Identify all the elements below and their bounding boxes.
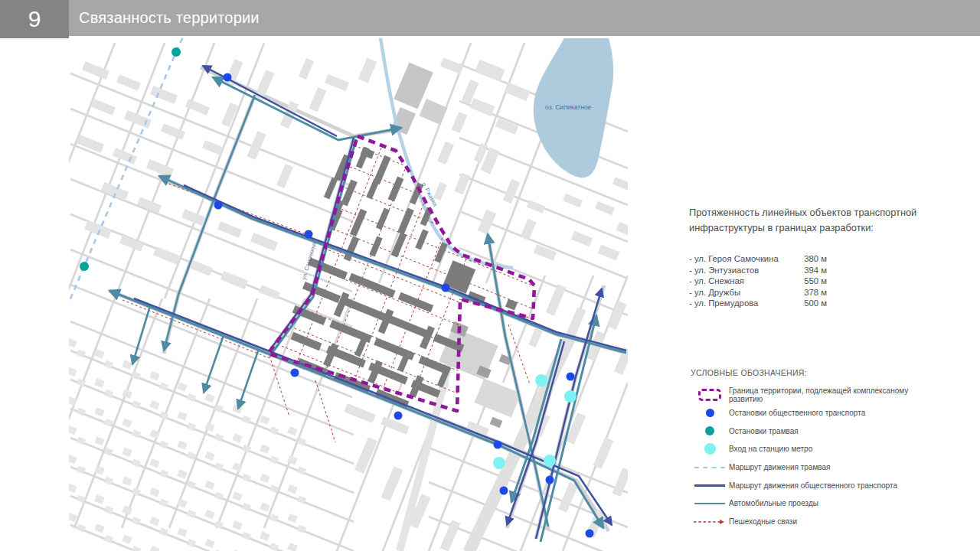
building <box>469 98 495 116</box>
legend-item: Остановки общественного транспорта <box>691 404 943 422</box>
bus-stop-dot <box>214 201 223 210</box>
pedestrian-link <box>260 154 544 267</box>
house <box>94 378 105 387</box>
pedestrian-link-icon <box>693 518 727 526</box>
building <box>612 177 628 191</box>
building <box>344 403 376 423</box>
house <box>69 367 77 377</box>
street-name: - ул. Дружбы <box>689 287 740 298</box>
building <box>527 200 545 214</box>
building <box>505 83 530 101</box>
house <box>204 393 215 403</box>
street-length: 378 м <box>804 287 827 298</box>
building-dark <box>366 178 380 199</box>
street <box>70 73 352 186</box>
legend-item: Маршрут движения трамвая <box>691 458 943 477</box>
building <box>571 231 593 247</box>
street <box>69 298 115 528</box>
house <box>260 532 270 541</box>
building <box>202 140 224 155</box>
bus-stop-dot <box>546 476 554 484</box>
slide-number: 9 <box>0 0 69 38</box>
tram-route-icon <box>694 467 725 468</box>
building <box>558 482 578 513</box>
building-dark <box>398 292 433 313</box>
house <box>287 426 298 435</box>
building-dark <box>376 208 390 230</box>
building-dark <box>350 209 367 237</box>
building <box>153 246 181 265</box>
house <box>177 498 188 507</box>
building <box>478 209 497 234</box>
slide: 9 Связанность территории оз. Силикатн <box>0 0 980 551</box>
metro-entrance-dot <box>493 457 505 469</box>
legend-label: Остановки трамвая <box>729 427 799 435</box>
building-dark <box>388 177 404 202</box>
bus-stop-icon <box>706 409 714 417</box>
bus-stop-dot <box>567 373 575 381</box>
metro-entrance-icon <box>704 443 716 455</box>
house <box>132 546 141 551</box>
house <box>149 458 160 468</box>
building <box>309 87 327 112</box>
building <box>185 99 210 115</box>
house <box>94 494 105 504</box>
house <box>232 520 243 530</box>
house <box>149 487 160 497</box>
legend-symbol <box>691 409 729 417</box>
building-dark <box>291 332 322 350</box>
bus-stop-dot <box>494 441 502 449</box>
building-dark <box>354 335 368 357</box>
house <box>204 510 215 519</box>
street <box>165 43 264 298</box>
house <box>177 527 188 536</box>
house <box>69 425 77 435</box>
house <box>94 523 105 533</box>
slide-title: Связанность территории <box>79 0 260 36</box>
house <box>260 445 270 454</box>
building <box>490 417 503 429</box>
house <box>232 404 243 413</box>
auto-road <box>159 176 626 353</box>
street-row: - ул. Снежная550 м <box>689 276 827 287</box>
building <box>116 74 141 90</box>
building <box>563 194 583 207</box>
building <box>593 437 614 469</box>
house <box>149 371 160 380</box>
building <box>150 86 178 104</box>
house <box>260 474 270 483</box>
house <box>287 484 298 494</box>
house <box>177 411 188 420</box>
street-row: - ул. Энтузиастов394 м <box>689 265 827 276</box>
street-row: - ул. Дружбы378 м <box>689 287 827 298</box>
legend-symbol <box>691 503 729 505</box>
building <box>220 271 248 289</box>
building <box>440 57 463 74</box>
street-name: - ул. Героя Самочкина <box>689 253 779 265</box>
building <box>475 378 521 417</box>
building <box>91 99 116 115</box>
legend-items: Граница территории, подлежащей комплекса… <box>691 386 943 531</box>
bus-stop-dot <box>224 73 232 82</box>
street-name: - ул. Премудрова <box>689 298 758 309</box>
street-row: - ул. Премудрова500 м <box>689 298 827 309</box>
legend-label: Автомобильные проезды <box>729 499 818 507</box>
lake-label: оз. Силикатное <box>545 103 592 111</box>
building <box>437 142 454 165</box>
house <box>122 360 132 370</box>
house <box>149 400 160 409</box>
building <box>82 61 109 80</box>
legend-item: Остановки трамвая <box>691 422 943 440</box>
house <box>94 436 105 445</box>
building <box>595 201 615 215</box>
building <box>381 466 403 501</box>
building <box>616 222 628 237</box>
legend-item: Пешеходные связи <box>691 513 943 531</box>
legend-symbol <box>691 426 729 435</box>
house <box>287 543 298 551</box>
legend-title: УСЛОВНЫЕ ОБОЗНАЧЕНИЯ: <box>691 368 943 377</box>
bus-stop-dot <box>394 412 403 420</box>
bus-stop-dot <box>500 487 508 495</box>
house <box>260 503 270 512</box>
street-length: 550 м <box>804 276 827 287</box>
